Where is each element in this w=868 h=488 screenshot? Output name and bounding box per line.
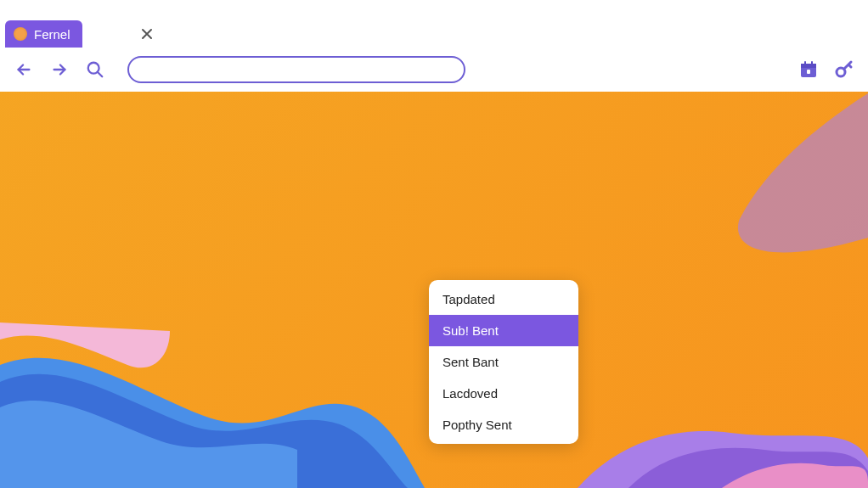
arrow-left-icon [14,60,33,79]
calendar-icon [798,59,819,80]
menu-item-label: Popthy Sent [442,418,512,432]
menu-item-label: Sub! Bent [442,323,499,338]
forward-button[interactable] [48,58,71,81]
tab-favicon-icon [14,27,27,41]
svg-rect-3 [804,61,806,65]
browser-tab[interactable]: Fernel [5,20,82,48]
close-tab-button[interactable] [133,20,161,48]
browser-chrome: Fernel [0,0,868,92]
menu-item-4[interactable]: Popthy Sent [429,409,578,444]
svg-rect-5 [807,70,810,74]
menu-item-label: Tapdated [442,292,495,306]
menu-item-0[interactable]: Tapdated [429,280,578,315]
close-icon [140,27,154,41]
svg-rect-2 [801,64,816,68]
context-menu: Tapdated Sub! Bent Sent Bant Lacdoved Po… [429,280,578,444]
search-icon [86,60,104,79]
menu-item-label: Lacdoved [442,386,498,401]
tab-title: Fernel [34,27,70,42]
url-input[interactable] [127,56,465,83]
key-icon [834,59,854,80]
key-button[interactable] [832,58,856,81]
menu-item-label: Sent Bant [442,355,499,369]
search-button[interactable] [83,58,107,81]
back-button[interactable] [12,58,36,81]
svg-rect-4 [811,61,813,65]
calendar-button[interactable] [797,58,820,81]
arrow-right-icon [50,60,69,79]
menu-item-2[interactable]: Sent Bant [429,346,578,378]
tab-bar: Fernel [0,0,868,48]
menu-item-3[interactable]: Lacdoved [429,378,578,409]
toolbar [0,48,868,92]
menu-item-1[interactable]: Sub! Bent [429,315,578,346]
